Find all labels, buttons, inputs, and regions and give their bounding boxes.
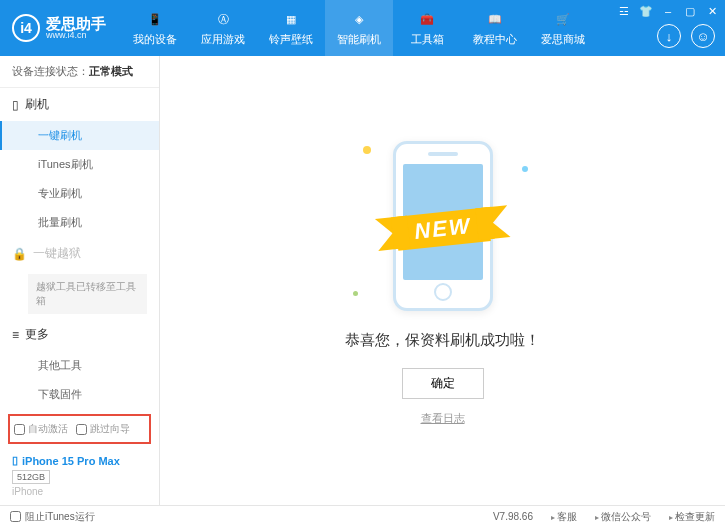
nav-my-device[interactable]: 📱我的设备 <box>121 0 189 56</box>
device-type: iPhone <box>12 486 147 497</box>
ringtone-icon: ▦ <box>281 9 301 29</box>
nav-toolbox[interactable]: 🧰工具箱 <box>393 0 461 56</box>
nav-smart-flash[interactable]: ◈智能刷机 <box>325 0 393 56</box>
apps-icon: Ⓐ <box>213 9 233 29</box>
block-itunes-checkbox[interactable]: 阻止iTunes运行 <box>10 510 95 524</box>
ok-button[interactable]: 确定 <box>402 368 484 399</box>
group-more[interactable]: ≡更多 <box>0 318 159 351</box>
main-content: NEW 恭喜您，保资料刷机成功啦！ 确定 查看日志 <box>160 56 725 505</box>
sidebar-item-pro-flash[interactable]: 专业刷机 <box>0 179 159 208</box>
book-icon: 📖 <box>485 9 505 29</box>
lock-icon: 🔒 <box>12 247 27 261</box>
sidebar-item-batch-flash[interactable]: 批量刷机 <box>0 208 159 237</box>
footer: 阻止iTunes运行 V7.98.66 ▸客服 ▸微信公众号 ▸检查更新 <box>0 505 725 527</box>
maximize-icon[interactable]: ▢ <box>683 4 697 18</box>
user-button[interactable]: ☺ <box>691 24 715 48</box>
device-icon: 📱 <box>145 9 165 29</box>
app-header: i4 爱思助手 www.i4.cn 📱我的设备 Ⓐ应用游戏 ▦铃声壁纸 ◈智能刷… <box>0 0 725 56</box>
flash-icon: ◈ <box>349 9 369 29</box>
success-illustration: NEW <box>343 136 543 316</box>
toolbox-icon: 🧰 <box>417 9 437 29</box>
sidebar-item-advanced[interactable]: 高级功能 <box>0 409 159 412</box>
minimize-icon[interactable]: – <box>661 4 675 18</box>
top-nav: 📱我的设备 Ⓐ应用游戏 ▦铃声壁纸 ◈智能刷机 🧰工具箱 📖教程中心 🛒爱思商城 <box>121 0 597 56</box>
menu-icon[interactable]: ☲ <box>617 4 631 18</box>
view-log-link[interactable]: 查看日志 <box>421 411 465 426</box>
skip-guide-checkbox[interactable]: 跳过向导 <box>76 422 130 436</box>
download-button[interactable]: ↓ <box>657 24 681 48</box>
nav-store[interactable]: 🛒爱思商城 <box>529 0 597 56</box>
connection-status: 设备连接状态：正常模式 <box>0 56 159 88</box>
sidebar-item-oneclick-flash[interactable]: 一键刷机 <box>0 121 159 150</box>
auto-activate-checkbox[interactable]: 自动激活 <box>14 422 68 436</box>
phone-icon: ▯ <box>12 454 18 467</box>
logo-icon: i4 <box>12 14 40 42</box>
highlighted-options: 自动激活 跳过向导 <box>8 414 151 444</box>
jailbreak-note: 越狱工具已转移至工具箱 <box>28 274 147 314</box>
sidebar-item-itunes-flash[interactable]: iTunes刷机 <box>0 150 159 179</box>
sidebar-item-download-firmware[interactable]: 下载固件 <box>0 380 159 409</box>
nav-tutorials[interactable]: 📖教程中心 <box>461 0 529 56</box>
skin-icon[interactable]: 👕 <box>639 4 653 18</box>
app-url: www.i4.cn <box>46 31 106 40</box>
device-storage: 512GB <box>12 470 50 484</box>
group-flash[interactable]: ▯刷机 <box>0 88 159 121</box>
list-icon: ≡ <box>12 328 19 342</box>
version-label: V7.98.66 <box>493 511 533 522</box>
device-info[interactable]: ▯iPhone 15 Pro Max 512GB iPhone <box>0 446 159 505</box>
app-logo[interactable]: i4 爱思助手 www.i4.cn <box>0 0 121 56</box>
close-icon[interactable]: ✕ <box>705 4 719 18</box>
cart-icon: 🛒 <box>553 9 573 29</box>
phone-icon: ▯ <box>12 98 19 112</box>
update-link[interactable]: ▸检查更新 <box>669 510 715 524</box>
service-link[interactable]: ▸客服 <box>551 510 577 524</box>
group-jailbreak: 🔒一键越狱 <box>0 237 159 270</box>
sidebar-item-other-tools[interactable]: 其他工具 <box>0 351 159 380</box>
nav-apps[interactable]: Ⓐ应用游戏 <box>189 0 257 56</box>
success-message: 恭喜您，保资料刷机成功啦！ <box>345 331 540 350</box>
wechat-link[interactable]: ▸微信公众号 <box>595 510 651 524</box>
app-title: 爱思助手 <box>46 16 106 31</box>
sidebar: 设备连接状态：正常模式 ▯刷机 一键刷机 iTunes刷机 专业刷机 批量刷机 … <box>0 56 160 505</box>
nav-ringtones[interactable]: ▦铃声壁纸 <box>257 0 325 56</box>
